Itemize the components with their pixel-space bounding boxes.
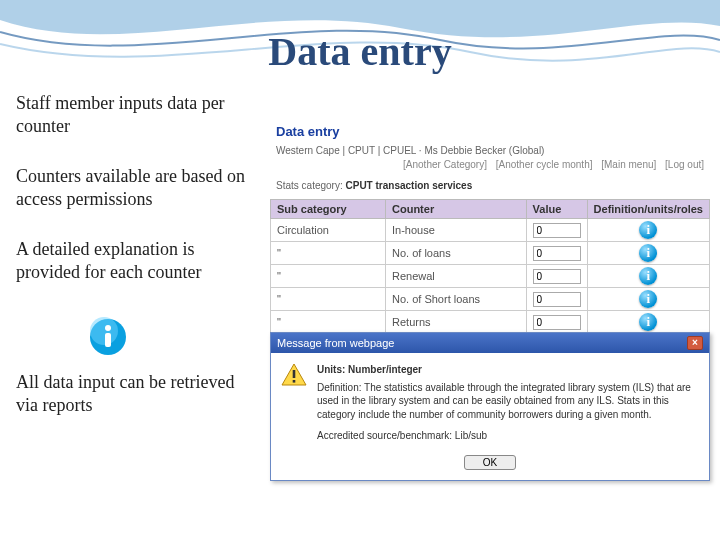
link-another-cycle[interactable]: [Another cycle month] [496, 159, 593, 170]
ok-button[interactable]: OK [464, 455, 516, 470]
table-row: " No. of Short loans i [271, 288, 710, 311]
info-icon[interactable]: i [639, 267, 657, 285]
warning-icon [281, 363, 307, 387]
breadcrumb: Western Cape | CPUT | CPUEL · Ms Debbie … [270, 143, 710, 158]
cell-counter: In-house [386, 219, 527, 242]
info-icon[interactable]: i [639, 221, 657, 239]
link-main-menu[interactable]: [Main menu] [601, 159, 656, 170]
link-another-category[interactable]: [Another Category] [403, 159, 487, 170]
svg-point-1 [90, 317, 118, 345]
bullet-2: Counters available are based on access p… [16, 165, 256, 210]
info-icon[interactable]: i [639, 290, 657, 308]
close-icon[interactable]: × [687, 336, 703, 350]
svg-rect-5 [293, 380, 296, 383]
panel-nav-links: [Another Category] [Another cycle month]… [270, 158, 710, 174]
dialog-subtext: Accredited source/benchmark: Lib/sub [317, 429, 699, 443]
cell-counter: No. of Short loans [386, 288, 527, 311]
table-row: " Returns i [271, 311, 710, 334]
dialog-heading: Units: Number/integer [317, 363, 699, 377]
svg-rect-4 [293, 370, 296, 378]
table-row: " Renewal i [271, 265, 710, 288]
dialog-title-text: Message from webpage [277, 337, 394, 349]
value-input[interactable] [533, 269, 581, 284]
value-input[interactable] [533, 292, 581, 307]
info-icon[interactable]: i [639, 244, 657, 262]
cell-counter: No. of loans [386, 242, 527, 265]
bullet-4: All data input can be retrieved via repo… [16, 371, 256, 416]
bullet-1: Staff member inputs data per counter [16, 92, 256, 137]
col-value: Value [526, 200, 587, 219]
cell-counter: Returns [386, 311, 527, 334]
value-input[interactable] [533, 315, 581, 330]
info-icon[interactable]: i [639, 313, 657, 331]
dialog-body-text: Definition: The statistics available thr… [317, 381, 699, 422]
table-row: " No. of loans i [271, 242, 710, 265]
cell-subcategory: " [271, 265, 386, 288]
data-entry-panel: Data entry Western Cape | CPUT | CPUEL ·… [270, 120, 710, 334]
bullet-3: A detailed explanation is provided for e… [16, 238, 256, 283]
cell-subcategory: " [271, 288, 386, 311]
cell-subcategory: " [271, 242, 386, 265]
svg-rect-3 [105, 333, 111, 347]
info-icon-large [86, 315, 130, 359]
cell-counter: Renewal [386, 265, 527, 288]
col-counter: Counter [386, 200, 527, 219]
bullet-column: Staff member inputs data per counter Cou… [16, 92, 256, 444]
counter-table: Sub category Counter Value Definition/un… [270, 199, 710, 334]
table-row: Circulation In-house i [271, 219, 710, 242]
dialog-titlebar: Message from webpage × [271, 333, 709, 353]
link-logout[interactable]: [Log out] [665, 159, 704, 170]
svg-point-2 [105, 325, 111, 331]
stats-value: CPUT transaction services [345, 180, 472, 191]
col-subcategory: Sub category [271, 200, 386, 219]
cell-subcategory: Circulation [271, 219, 386, 242]
stats-label: Stats category: [276, 180, 343, 191]
dialog-text: Units: Number/integer Definition: The st… [317, 363, 699, 443]
cell-subcategory: " [271, 311, 386, 334]
message-dialog: Message from webpage × Units: Number/int… [270, 332, 710, 481]
stats-category-line: Stats category: CPUT transaction service… [270, 174, 710, 199]
value-input[interactable] [533, 246, 581, 261]
col-definition: Definition/units/roles [587, 200, 709, 219]
slide-title: Data entry [0, 28, 720, 75]
panel-heading: Data entry [270, 120, 710, 143]
value-input[interactable] [533, 223, 581, 238]
